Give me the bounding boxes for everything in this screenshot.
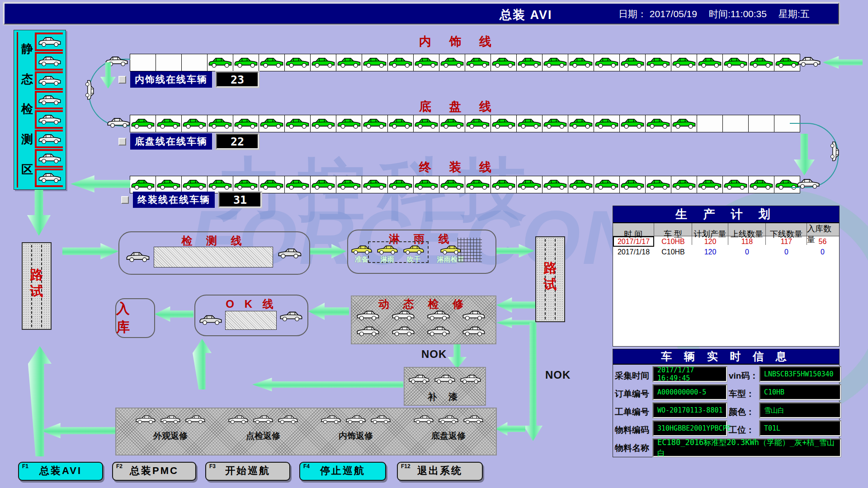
conveyor-cell [182,176,208,193]
car-icon [414,178,439,191]
field-value-work-order: WO-20170113-8801 [653,403,727,418]
conveyor-cell [517,54,542,71]
conveyor-cell [156,54,182,71]
car-icon [440,56,464,69]
field-label-collect-time: 采集时间： [615,370,658,382]
paint-repair-box: 补 漆 [404,367,486,406]
field-value-material-code: 310HGBBE2001YPBCPE [653,421,727,436]
rain-step-label: 淋雨 [381,255,394,264]
plan-row[interactable]: 2017/1/18C10HB120000 [613,247,839,257]
counter-label-final: 终装线在线车辆 [133,192,215,208]
dynamic-repair-cars [356,309,497,337]
field-label-order-no: 订单编号： [615,388,658,400]
nok-label-1: NOK [421,348,447,361]
button-f1-avi[interactable]: F1 总装AVI [18,462,103,481]
conveyor-cell [542,115,568,132]
car-icon [84,80,96,100]
plan-cell: 0 [728,247,766,257]
sidebar-title: 静态检测区 [21,34,33,185]
ok-line-box: O K 线 [194,295,308,336]
arrow-sidebar-down [27,190,51,236]
rain-step: 淋雨 [374,244,401,264]
field-value-collect-time: 2017/1/17 16:49:45 [653,366,727,382]
car-icon [38,171,61,184]
conveyor-final [130,176,800,193]
conveyor-cell [491,176,517,193]
counter-button-final[interactable] [121,196,129,204]
field-label-model: 车型： [729,388,755,400]
sidebar-car-slot [35,91,63,109]
field-value-vin: LNBSCB3F5HW150340 [760,366,841,382]
sidebar-car-slot [35,52,63,70]
car-icon [311,56,335,69]
car-icon [427,309,450,321]
sidebar-car-slot [35,71,63,90]
car-icon [543,56,567,69]
car-icon [543,178,567,191]
car-icon [253,414,274,425]
arrow-repair-left [41,423,117,438]
rain-step-label: 吹干 [407,255,420,264]
counter-button-chassis[interactable] [118,138,126,145]
button-f12-key: F12 [401,463,410,469]
car-icon [723,178,748,191]
car-icon [723,56,748,69]
car-icon [311,117,335,130]
counter-final: 终装线在线车辆 31 [121,192,261,208]
field-label-material-name: 物料名称： [615,442,658,454]
car-icon [463,414,484,425]
car-icon [259,178,284,191]
car-icon [278,414,298,425]
car-icon [208,56,232,69]
conveyor-cell [517,176,542,193]
button-f3-start-cruise[interactable]: F3 开始巡航 [205,462,290,481]
button-f4-stop-cruise[interactable]: F4 停止巡航 [299,462,386,481]
repair-group-label: 外观返修 [132,430,209,442]
conveyor-cell [439,176,465,193]
title-bar: 总装 AVI 日期： 2017/05/19 时间:11:00:35 星期:五 [4,3,839,24]
time-text: 时间:11:00:35 [709,8,767,20]
rain-mesh-grid [458,238,482,262]
field-value-order-no: A000000000-5 [653,385,727,400]
conveyor-cell [388,115,414,132]
sidebar-car-slot [35,110,63,129]
conveyor-cell [259,115,285,132]
car-icon [377,244,398,255]
counter-chassis: 底盘线在线车辆 22 [118,133,259,150]
week-text: 星期:五 [778,8,810,20]
car-icon [199,314,222,326]
page-title: 总装 AVI [500,7,552,23]
repair-group-cars [132,414,209,425]
car-icon [440,117,464,130]
conveyor-cell [414,176,439,193]
sidebar-red-line [17,32,18,188]
conveyor-cell [156,115,182,132]
conveyor-cell [491,115,517,132]
conveyor-cell [311,115,336,132]
car-icon [594,117,619,130]
car-icon [646,178,670,191]
car-icon [388,178,413,191]
plan-row[interactable]: 2017/1/17C10HB12011811756 [613,236,839,247]
static-inspection-area: 静态检测区 [14,30,66,190]
conveyor-cell [259,176,285,193]
car-icon [594,178,619,191]
conveyor-cell [646,54,671,71]
car-icon [234,56,258,69]
car-icon [427,325,450,337]
car-icon [517,178,542,191]
arrow-ok-warehouse [155,306,193,322]
car-icon [228,414,249,425]
conveyor-cell [362,176,388,193]
button-f12-exit[interactable]: F12 退出系统 [397,462,483,481]
car-icon [646,56,670,69]
conveyor-cell [285,54,311,71]
car-icon [311,178,335,191]
repair-group-cars [410,414,487,425]
car-icon [460,373,481,385]
button-f2-pmc[interactable]: F2 总装PMC [112,462,196,481]
car-icon [462,309,486,321]
car-icon [749,178,774,191]
repair-group-label: 内饰返修 [317,430,394,442]
conveyor-cell [208,54,233,71]
